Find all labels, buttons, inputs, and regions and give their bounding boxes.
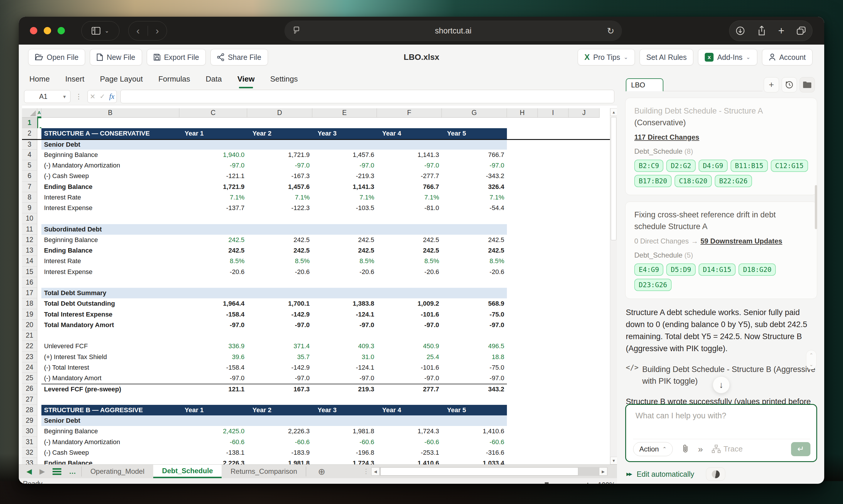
cell-I26[interactable] [538, 383, 568, 394]
cell-I31[interactable] [538, 437, 568, 447]
cell-I15[interactable] [538, 267, 568, 277]
cell-H33[interactable] [507, 458, 538, 464]
range-chip-b2-c9[interactable]: B2:C9 [634, 160, 663, 172]
cell-value[interactable]: -97.0 [179, 320, 247, 330]
cell-value[interactable]: -54.4 [442, 203, 507, 213]
row-header-3[interactable]: 3 [22, 140, 37, 150]
cell-H10[interactable] [369, 213, 400, 224]
cell-H14[interactable] [507, 256, 538, 266]
cell-I27[interactable] [400, 394, 431, 405]
range-chip-c18-g20[interactable]: C18:G20 [674, 175, 712, 187]
cell-J6[interactable] [568, 171, 600, 181]
cell-C3[interactable] [179, 140, 247, 150]
cell-H17[interactable] [507, 288, 538, 298]
cell-I24[interactable] [538, 362, 568, 373]
cell-H28[interactable] [507, 405, 538, 415]
reload-icon[interactable]: ↻ [607, 26, 614, 36]
menu-tab-view[interactable]: View [237, 72, 256, 87]
cell-value[interactable]: -167.3 [247, 171, 312, 181]
cell-value[interactable]: -122.3 [247, 203, 312, 213]
cell-I33[interactable] [538, 458, 568, 464]
cell-J30[interactable] [568, 426, 600, 436]
row-header-13[interactable]: 13 [22, 245, 37, 256]
cell-J7[interactable] [568, 182, 600, 192]
cell-value[interactable]: 7.1% [377, 192, 442, 203]
cell-I8[interactable] [538, 192, 568, 203]
cell-H27[interactable] [369, 394, 400, 405]
cell-value[interactable]: -97.0 [377, 320, 442, 330]
cell-value[interactable]: 1,383.8 [312, 298, 377, 309]
column-header-F[interactable]: F [377, 108, 442, 118]
cell-I5[interactable] [538, 160, 568, 171]
edit-automatically-control[interactable]: ▶▶ Edit automatically [625, 462, 817, 481]
confirm-entry-icon[interactable]: ✓ [100, 93, 105, 100]
cell-I23[interactable] [538, 352, 568, 362]
cell-H30[interactable] [507, 426, 538, 436]
cell-value[interactable]: -316.6 [442, 447, 507, 458]
cell-F3[interactable] [377, 140, 442, 150]
cell-value[interactable]: 1,141.3 [377, 150, 442, 160]
cell-name-box[interactable]: A1 ▼ [24, 90, 70, 103]
cell-A14[interactable] [37, 256, 41, 266]
cell-A28[interactable] [37, 405, 41, 415]
cell-value[interactable]: -97.0 [312, 320, 377, 330]
cell-H18[interactable] [507, 298, 538, 309]
downstream-updates-link[interactable]: 59 Downstream Updates [700, 237, 782, 245]
cell-G16[interactable] [304, 277, 369, 288]
cell-F11[interactable] [377, 224, 442, 235]
cell-value[interactable]: -20.6 [312, 267, 377, 277]
cell-J33[interactable] [568, 458, 600, 464]
cell-I28[interactable] [538, 405, 568, 415]
cell-J27[interactable] [431, 394, 462, 405]
cell-A13[interactable] [37, 245, 41, 256]
cell-value[interactable]: -124.1 [312, 362, 377, 373]
row-header-30[interactable]: 30 [22, 426, 37, 436]
cell-H29[interactable] [507, 415, 538, 426]
row-header-6[interactable]: 6 [22, 171, 37, 181]
name-box-dropdown-icon[interactable]: ▼ [62, 94, 67, 99]
cell-D27[interactable] [109, 394, 174, 405]
cell-A20[interactable] [37, 320, 41, 330]
change-card-2[interactable]: Fixing cross-sheet reference drift in de… [625, 201, 817, 299]
cell-value[interactable]: 371.4 [247, 341, 312, 352]
cell-I9[interactable] [538, 203, 568, 213]
cell-F27[interactable] [239, 394, 304, 405]
column-header-A[interactable]: A [37, 108, 41, 118]
row-header-29[interactable]: 29 [22, 415, 37, 426]
cell-H3[interactable] [507, 140, 538, 150]
trace-toggle[interactable]: Trace [712, 445, 743, 453]
add-ins-button[interactable]: x Add-Ins ⌄ [698, 49, 757, 66]
cell-value[interactable]: 242.5 [312, 245, 377, 256]
cell-value[interactable]: 7.1% [247, 192, 312, 203]
cell-value[interactable]: -158.4 [179, 362, 247, 373]
zoom-slider-thumb[interactable] [545, 482, 549, 484]
cell-I29[interactable] [538, 415, 568, 426]
cell-I12[interactable] [538, 235, 568, 245]
column-header-B[interactable]: B [41, 108, 179, 118]
cell-H21[interactable] [369, 330, 400, 341]
cell-H6[interactable] [507, 171, 538, 181]
menu-tab-home[interactable]: Home [29, 72, 50, 87]
cell-value[interactable]: 121.1 [179, 383, 247, 394]
cell-J31[interactable] [568, 437, 600, 447]
chat-input[interactable] [635, 411, 809, 433]
cell-A5[interactable] [37, 160, 41, 171]
cell-D11[interactable] [247, 224, 312, 235]
cell-value[interactable]: -60.6 [179, 437, 247, 447]
cell-J10[interactable] [431, 213, 462, 224]
row-header-31[interactable]: 31 [22, 437, 37, 447]
cell-H2[interactable] [507, 128, 538, 139]
column-header-J[interactable]: J [568, 108, 600, 118]
cell-A11[interactable] [37, 224, 41, 235]
cell-H31[interactable] [507, 437, 538, 447]
cell-H22[interactable] [507, 341, 538, 352]
cell-A19[interactable] [37, 309, 41, 320]
cell-value[interactable]: 167.3 [247, 383, 312, 394]
menu-tab-formulas[interactable]: Formulas [158, 72, 191, 87]
cell-H19[interactable] [507, 309, 538, 320]
cell-A26[interactable] [37, 383, 41, 394]
cell-H26[interactable] [507, 383, 538, 394]
range-chip-d14-g15[interactable]: D14:G15 [699, 264, 736, 276]
cell-value[interactable]: 1,457.6 [247, 182, 312, 192]
cell-value[interactable]: 242.5 [312, 235, 377, 245]
